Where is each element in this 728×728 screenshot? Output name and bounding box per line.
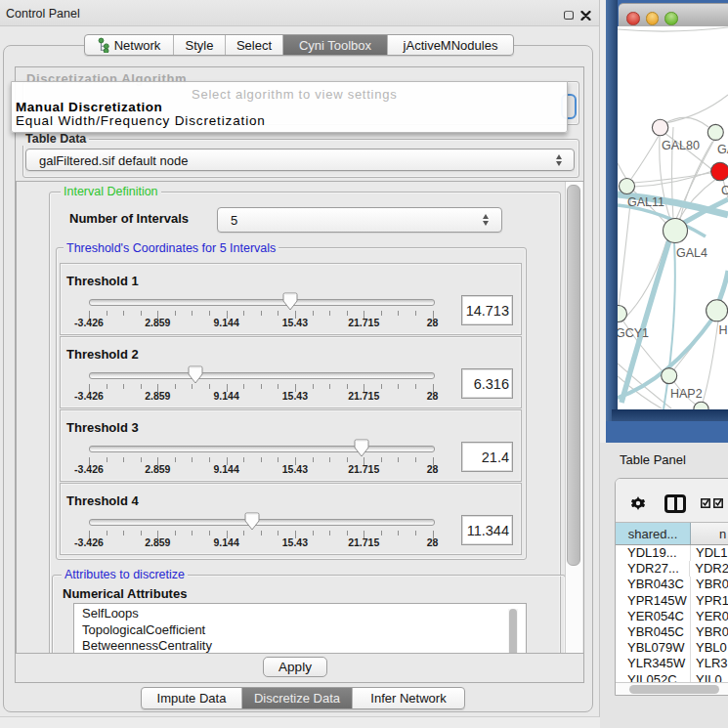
svg-text:C: C: [721, 184, 728, 197]
svg-text:GAL80: GAL80: [662, 139, 700, 152]
svg-text:HAP2: HAP2: [670, 387, 703, 401]
svg-text:GCY1: GCY1: [618, 326, 649, 340]
svg-text:GA: GA: [717, 143, 728, 156]
svg-text:H: H: [719, 323, 728, 337]
svg-text:GAL11: GAL11: [627, 195, 664, 209]
svg-text:GAL4: GAL4: [676, 246, 707, 260]
